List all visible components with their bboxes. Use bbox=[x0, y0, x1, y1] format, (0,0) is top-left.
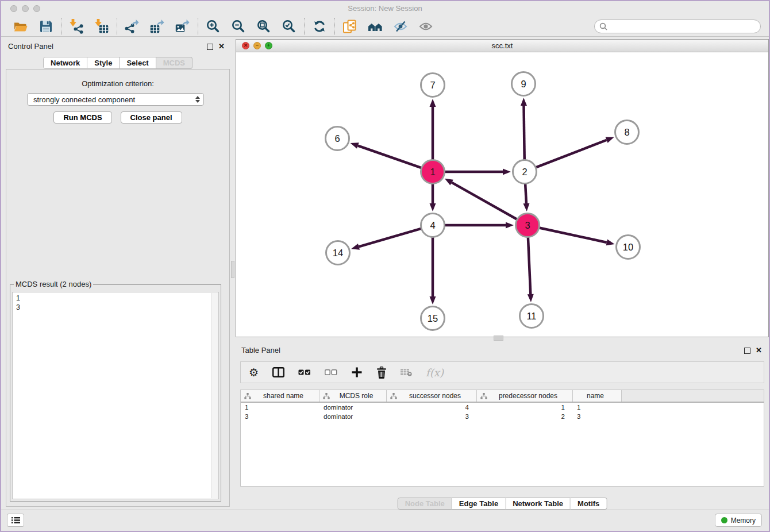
list-icon bbox=[11, 516, 21, 524]
graph-node-label: 14 bbox=[333, 248, 343, 258]
save-session-button[interactable] bbox=[38, 19, 53, 34]
graph-edge[interactable] bbox=[359, 229, 421, 247]
table-cell[interactable]: dominator bbox=[319, 404, 387, 411]
graph-edge[interactable] bbox=[536, 140, 607, 168]
table-panel: Table Panel ✕ ⚙ f(x) shared nameMCDS rol… bbox=[236, 344, 769, 512]
memory-button[interactable]: Memory bbox=[715, 514, 762, 527]
delete-columns-trash-icon[interactable] bbox=[376, 367, 387, 379]
graph-edge[interactable] bbox=[540, 228, 607, 242]
close-panel-button[interactable]: Close panel bbox=[121, 111, 182, 124]
select-all-columns-icon[interactable] bbox=[298, 369, 311, 375]
network-graph[interactable]: 7968124314101511 bbox=[236, 52, 768, 337]
column-header-shared-name[interactable]: shared name bbox=[241, 390, 319, 402]
table-panel-close-icon[interactable]: ✕ bbox=[756, 346, 762, 354]
table-cell[interactable]: 1 bbox=[477, 404, 573, 411]
table-header-row: shared nameMCDS rolesuccessor nodesprede… bbox=[241, 390, 764, 403]
control-panel-close-icon[interactable]: ✕ bbox=[218, 42, 225, 51]
tab-select[interactable]: Select bbox=[120, 57, 156, 69]
graph-edge[interactable] bbox=[523, 106, 524, 160]
tab-node-table[interactable]: Node Table bbox=[398, 498, 452, 510]
table-cell[interactable]: 2 bbox=[477, 413, 573, 420]
tab-mcds[interactable]: MCDS bbox=[156, 57, 192, 69]
tab-motifs[interactable]: Motifs bbox=[571, 498, 607, 510]
column-header-predecessor-nodes[interactable]: predecessor nodes bbox=[477, 390, 573, 402]
optimization-criterion-select[interactable]: strongly connected component bbox=[27, 93, 204, 106]
run-mcds-button[interactable]: Run MCDS bbox=[53, 111, 111, 124]
graph-node-label: 8 bbox=[624, 127, 629, 137]
clone-network-button[interactable] bbox=[342, 19, 357, 34]
network-zoom-icon[interactable]: + bbox=[265, 42, 272, 49]
search-box[interactable] bbox=[594, 20, 761, 33]
task-history-button[interactable] bbox=[7, 514, 24, 527]
unselect-all-columns-icon[interactable] bbox=[325, 369, 337, 375]
import-table-button[interactable] bbox=[94, 19, 109, 34]
home-button[interactable] bbox=[368, 19, 383, 34]
table-settings-gear-icon[interactable]: ⚙ bbox=[249, 367, 259, 378]
graph-edge[interactable] bbox=[452, 183, 517, 219]
memory-status-icon bbox=[721, 517, 727, 523]
table-panel-title: Table Panel bbox=[241, 346, 280, 354]
zoom-selected-button[interactable] bbox=[282, 19, 297, 34]
zoom-in-button[interactable] bbox=[206, 19, 221, 34]
status-bar: Memory bbox=[1, 510, 769, 531]
graph-node-label: 10 bbox=[623, 242, 633, 252]
tab-edge-table[interactable]: Edge Table bbox=[452, 498, 506, 510]
graph-edge-arrowhead bbox=[430, 99, 436, 107]
mcds-result-area[interactable]: 1 3 bbox=[12, 292, 219, 499]
function-builder-icon[interactable]: f(x) bbox=[426, 367, 444, 379]
export-table-button[interactable] bbox=[150, 19, 165, 34]
graph-node-label: 1 bbox=[430, 167, 435, 177]
graph-edge[interactable] bbox=[358, 146, 421, 168]
table-cell[interactable]: 3 bbox=[573, 413, 622, 420]
table-cell[interactable]: 3 bbox=[387, 413, 477, 420]
add-column-plus-icon[interactable] bbox=[351, 367, 363, 378]
show-items-eye-icon[interactable] bbox=[418, 19, 433, 34]
tab-network-table[interactable]: Network Table bbox=[506, 498, 571, 510]
window-close-icon[interactable] bbox=[10, 5, 17, 12]
window-minimize-icon[interactable] bbox=[22, 5, 29, 12]
main-toolbar bbox=[1, 16, 769, 37]
column-header-successor-nodes[interactable]: successor nodes bbox=[387, 390, 477, 402]
network-window-titlebar[interactable]: ✕ − + scc.txt bbox=[236, 40, 768, 52]
zoom-fit-button[interactable] bbox=[256, 19, 271, 34]
hide-items-eye-slash-icon[interactable] bbox=[393, 19, 408, 34]
export-image-button[interactable] bbox=[175, 19, 190, 34]
control-panel-float-icon[interactable] bbox=[207, 44, 213, 50]
graph-edge[interactable] bbox=[528, 237, 530, 294]
horizontal-splitter-handle[interactable] bbox=[494, 336, 503, 341]
column-header-name[interactable]: name bbox=[573, 390, 622, 402]
control-panel: Control Panel ✕ NetworkStyleSelectMCDS O… bbox=[3, 40, 232, 508]
graph-edge-arrowhead bbox=[506, 222, 514, 229]
tab-style[interactable]: Style bbox=[87, 57, 120, 69]
network-minimize-icon[interactable]: − bbox=[253, 42, 261, 49]
table-cell[interactable]: 4 bbox=[387, 404, 477, 411]
table-cell[interactable]: dominator bbox=[319, 413, 387, 420]
table-panel-float-icon[interactable] bbox=[744, 348, 750, 354]
graph-edge-arrowhead bbox=[351, 244, 360, 250]
apply-layout-button[interactable] bbox=[312, 19, 327, 34]
import-network-button[interactable] bbox=[69, 19, 84, 34]
table-row[interactable]: 1dominator411 bbox=[241, 403, 764, 412]
zoom-out-button[interactable] bbox=[231, 19, 246, 34]
graph-edge-arrowhead bbox=[503, 169, 511, 175]
export-network-button[interactable] bbox=[125, 19, 140, 34]
table-cell[interactable]: 1 bbox=[241, 404, 319, 411]
window-zoom-icon[interactable] bbox=[33, 5, 40, 12]
tab-network[interactable]: Network bbox=[43, 57, 87, 69]
search-input[interactable] bbox=[610, 21, 756, 31]
table-cell[interactable]: 3 bbox=[241, 413, 319, 420]
column-header-MCDS-role[interactable]: MCDS role bbox=[319, 390, 387, 402]
show-columns-icon[interactable] bbox=[272, 367, 284, 377]
graph-edge-arrowhead bbox=[430, 203, 436, 211]
graph-edge[interactable] bbox=[525, 184, 526, 203]
search-icon bbox=[599, 22, 607, 30]
network-close-icon[interactable]: ✕ bbox=[242, 42, 249, 49]
graph-node-label: 4 bbox=[430, 220, 435, 230]
table-cell[interactable]: 1 bbox=[573, 404, 622, 411]
open-file-button[interactable] bbox=[13, 19, 28, 34]
delete-table-icon[interactable] bbox=[401, 368, 412, 376]
result-scrollbar[interactable] bbox=[211, 293, 218, 498]
table-row[interactable]: 3dominator323 bbox=[241, 412, 764, 421]
network-view-window: ✕ − + scc.txt 7968124314101511 bbox=[236, 39, 769, 337]
vertical-splitter-handle[interactable] bbox=[231, 261, 234, 278]
